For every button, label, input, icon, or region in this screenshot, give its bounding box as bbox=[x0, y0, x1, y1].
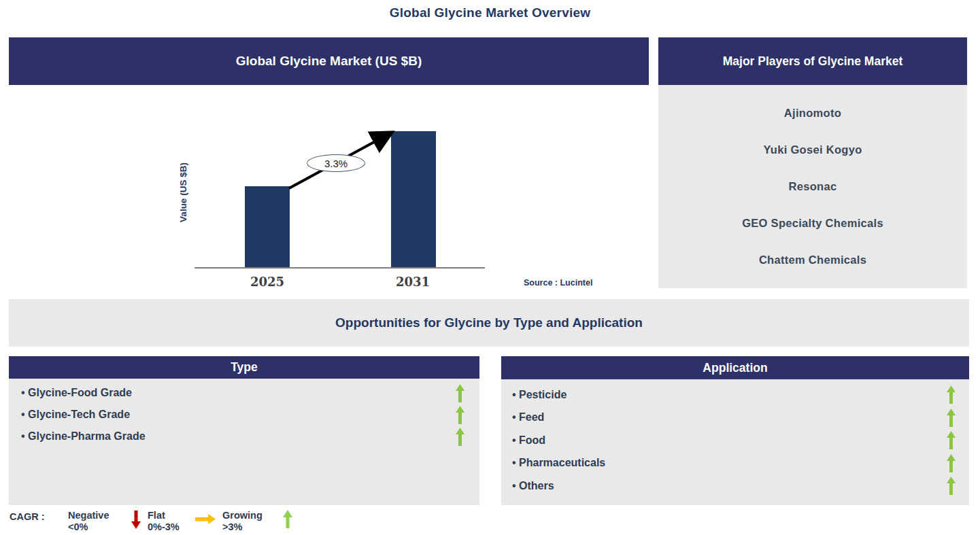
legend-negative-name: Negative bbox=[68, 510, 109, 521]
cagr-legend: CAGR : Negative <0% Flat 0%-3% Growing >… bbox=[10, 510, 299, 532]
type-item-label: Glycine-Food Grade bbox=[21, 387, 456, 399]
growth-arrow bbox=[190, 122, 490, 272]
application-item-row: Others bbox=[512, 474, 956, 498]
growing-up-arrow-icon bbox=[456, 384, 464, 402]
infographic-canvas: Global Glycine Market Overview Global Gl… bbox=[0, 0, 980, 535]
legend-growing: Growing >3% bbox=[222, 510, 276, 532]
legend-flat-range: 0%-3% bbox=[148, 521, 180, 532]
application-panel-body: Pesticide Feed Food Pharmaceuticals Othe… bbox=[501, 379, 969, 505]
cagr-legend-label: CAGR : bbox=[10, 511, 68, 522]
growing-up-arrow-icon bbox=[456, 428, 464, 446]
application-item-row: Feed bbox=[512, 407, 956, 430]
application-item-row: Pharmaceuticals bbox=[512, 452, 956, 475]
growing-up-arrow-icon bbox=[947, 454, 956, 472]
application-item-label: Food bbox=[512, 434, 947, 447]
type-panel-header: Type bbox=[9, 356, 479, 379]
legend-growing-range: >3% bbox=[222, 521, 242, 532]
source-note: Source : Lucintel bbox=[524, 278, 592, 288]
legend-flat-name: Flat bbox=[148, 510, 165, 521]
x-tick-2031: 2031 bbox=[382, 275, 443, 289]
legend-negative: Negative <0% bbox=[68, 510, 124, 532]
cagr-annotation-ellipse: 3.3% bbox=[307, 154, 365, 172]
player-name: Chattem Chemicals bbox=[658, 254, 967, 266]
application-item-row: Pesticide bbox=[512, 383, 956, 407]
page-title: Global Glycine Market Overview bbox=[0, 5, 980, 20]
growing-up-arrow-icon bbox=[947, 409, 956, 427]
growing-up-arrow-icon bbox=[947, 477, 956, 495]
player-name: GEO Specialty Chemicals bbox=[658, 217, 967, 230]
application-item-label: Pharmaceuticals bbox=[512, 457, 947, 469]
players-panel-body: Ajinomoto Yuki Gosei Kogyo Resonac GEO S… bbox=[658, 85, 967, 288]
type-item-row: Glycine-Food Grade bbox=[21, 382, 464, 404]
chart-panel-header: Global Glycine Market (US $B) bbox=[9, 37, 649, 85]
opportunities-banner: Opportunities for Glycine by Type and Ap… bbox=[9, 299, 969, 347]
type-item-label: Glycine-Tech Grade bbox=[21, 409, 456, 421]
type-item-row: Glycine-Pharma Grade bbox=[21, 426, 464, 447]
application-item-label: Feed bbox=[512, 411, 947, 424]
application-panel-header: Application bbox=[501, 356, 969, 379]
legend-negative-range: <0% bbox=[68, 521, 88, 532]
legend-growing-name: Growing bbox=[222, 510, 263, 521]
application-item-row: Food bbox=[512, 429, 956, 452]
negative-down-arrow-icon bbox=[131, 510, 141, 529]
growing-up-arrow-icon bbox=[456, 406, 464, 424]
application-item-label: Others bbox=[512, 480, 947, 492]
player-name: Yuki Gosei Kogyo bbox=[658, 143, 967, 156]
application-item-label: Pesticide bbox=[512, 389, 947, 401]
type-item-label: Glycine-Pharma Grade bbox=[21, 430, 456, 443]
chart-y-axis-label: Value (US $B) bbox=[178, 131, 192, 254]
players-panel-header: Major Players of Glycine Market bbox=[658, 37, 967, 85]
growing-up-arrow-icon bbox=[947, 385, 956, 404]
growing-up-arrow-icon bbox=[283, 510, 292, 529]
flat-right-arrow-icon bbox=[195, 514, 216, 524]
player-name: Ajinomoto bbox=[658, 107, 967, 120]
type-panel-body: Glycine-Food Grade Glycine-Tech Grade Gl… bbox=[9, 379, 479, 505]
x-tick-2025: 2025 bbox=[237, 275, 298, 289]
growing-up-arrow-icon bbox=[947, 431, 956, 449]
type-item-row: Glycine-Tech Grade bbox=[21, 404, 464, 426]
player-name: Resonac bbox=[658, 180, 967, 193]
legend-flat: Flat 0%-3% bbox=[148, 510, 188, 532]
